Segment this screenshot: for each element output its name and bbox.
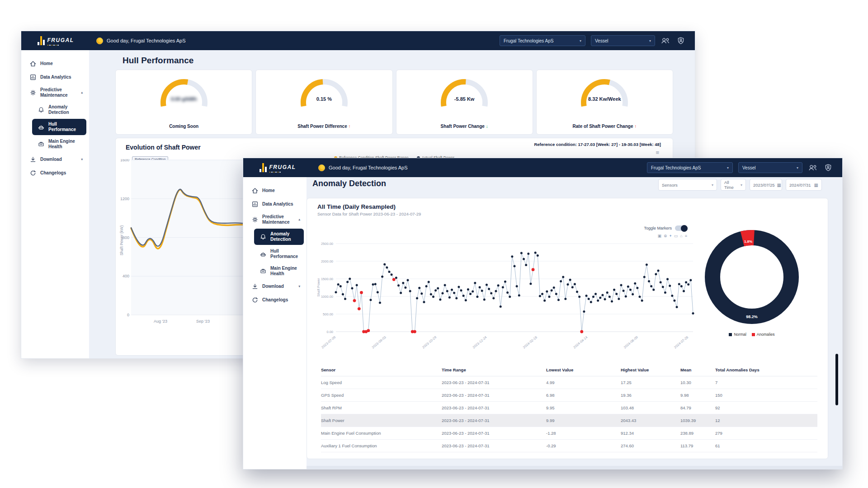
svg-text:2024-02-18: 2024-02-18 bbox=[522, 335, 538, 350]
organization-select[interactable]: Frugal Technologies ApS▾ bbox=[647, 162, 733, 173]
table-cell: 9.95 bbox=[546, 402, 621, 414]
sidebar-item-data-analytics[interactable]: Data Analytics bbox=[24, 71, 86, 84]
gauge-arc-icon bbox=[577, 75, 632, 108]
table-row[interactable]: Shaft RPM2023-06-23 - 2024-07-319.95103.… bbox=[321, 402, 817, 414]
sidebar-item-label: Predictive Maintenance bbox=[262, 214, 295, 225]
home-icon[interactable]: ⌂ bbox=[680, 234, 682, 238]
box-select-icon[interactable]: ▭ bbox=[674, 234, 678, 238]
trend-down-icon: ↓ bbox=[485, 124, 488, 129]
sidebar-item-hull-performance[interactable]: Hull Performance bbox=[32, 119, 86, 135]
organization-select[interactable]: Frugal Technologies ApS▾ bbox=[500, 35, 585, 46]
svg-text:2500.00: 2500.00 bbox=[321, 242, 333, 246]
time-range-select[interactable]: All Time▾ bbox=[721, 179, 746, 191]
table-cell: 92 bbox=[715, 402, 817, 414]
pan-icon[interactable]: + bbox=[670, 234, 672, 238]
sensors-select[interactable]: Sensors▾ bbox=[658, 179, 717, 191]
gauge-caption: Shaft Power Difference ↑ bbox=[256, 124, 392, 129]
table-row[interactable]: GPS Speed2023-06-23 - 2024-07-316.9819.3… bbox=[321, 389, 817, 402]
sidebar-item-download[interactable]: Download▾ bbox=[24, 153, 86, 166]
sidebar-item-home[interactable]: Home bbox=[246, 184, 304, 197]
gauge-caption: Coming Soon bbox=[116, 124, 252, 129]
sidebar-item-anomaly-detection[interactable]: Anomaly Detection bbox=[32, 102, 86, 118]
svg-text:Aug '23: Aug '23 bbox=[154, 319, 167, 324]
svg-text:0: 0 bbox=[127, 313, 129, 317]
table-cell: 2023-06-23 - 2024-07-31 bbox=[442, 376, 546, 389]
logo-bars-icon bbox=[38, 36, 45, 45]
end-date-input[interactable]: 2024/07/31▦ bbox=[786, 179, 822, 191]
table-cell: 19.36 bbox=[621, 389, 680, 402]
card-subheading: Sensor Data for Shaft Power 2023-06-23 -… bbox=[317, 211, 421, 216]
table-cell: 4.99 bbox=[546, 376, 621, 389]
table-cell: 2023-06-23 - 2024-07-31 bbox=[442, 440, 546, 452]
sidebar-item-label: Changelogs bbox=[40, 170, 66, 176]
table-row[interactable]: Log Speed2023-06-23 - 2024-07-314.9917.2… bbox=[321, 376, 817, 389]
greeting-text: Good day, Frugal Technologies ApS bbox=[107, 38, 186, 43]
vessel-select[interactable]: Vessel▾ bbox=[738, 162, 802, 173]
gauge-arc-icon bbox=[437, 75, 491, 108]
users-icon[interactable] bbox=[660, 37, 670, 45]
camera-icon[interactable]: ▣ bbox=[657, 234, 661, 238]
profile-shield-icon[interactable] bbox=[676, 37, 686, 45]
table-cell: 9.99 bbox=[546, 414, 621, 427]
table-cell: 1039.39 bbox=[680, 414, 715, 427]
toggle-markers-switch[interactable] bbox=[675, 225, 687, 231]
table-cell: 7 bbox=[715, 376, 817, 389]
table-cell: 912.34 bbox=[621, 427, 680, 440]
gauge-arc-icon bbox=[297, 75, 351, 108]
trend-up-icon: ↑ bbox=[347, 124, 351, 129]
users-icon[interactable] bbox=[808, 164, 818, 172]
svg-text:Shaft Power: Shaft Power bbox=[316, 278, 321, 296]
sidebar-item-changelogs[interactable]: Changelogs bbox=[24, 167, 86, 179]
table-row[interactable]: Shaft Power2023-06-23 - 2024-07-319.9920… bbox=[321, 414, 817, 427]
sidebar-item-data-analytics[interactable]: Data Analytics bbox=[246, 198, 304, 211]
gauge-value: 8.32 Kw/Week bbox=[537, 96, 673, 102]
donut-legend-anomalies[interactable]: Anomalies bbox=[752, 332, 775, 337]
zoom-icon[interactable]: ⊕ bbox=[664, 234, 667, 238]
table-cell: Shaft RPM bbox=[321, 402, 442, 414]
sidebar-item-download[interactable]: Download▾ bbox=[246, 280, 304, 293]
chevron-down-icon: ▾ bbox=[649, 39, 651, 43]
table-cell: 2023-06-23 - 2024-07-31 bbox=[442, 402, 546, 414]
calendar-icon: ▦ bbox=[814, 183, 818, 188]
sidebar-item-predictive-maintenance[interactable]: Predictive Maintenance▴ bbox=[24, 84, 86, 101]
vertical-scrollbar[interactable] bbox=[835, 354, 838, 405]
table-cell: 2023-06-23 - 2024-07-31 bbox=[442, 389, 546, 402]
logo-dots bbox=[47, 45, 74, 46]
shaft-power-scatter-chart[interactable]: 2500.002000.001500.001000.00500.000.00Sh… bbox=[314, 240, 698, 353]
donut-legend-normal[interactable]: Normal bbox=[729, 332, 746, 337]
horizontal-scrollbar[interactable] bbox=[307, 466, 842, 469]
gauge-caption: Shaft Power Change ↓ bbox=[396, 124, 533, 129]
sidebar-item-label: Main Engine Health bbox=[270, 266, 300, 277]
gauge-value: 0.15 % bbox=[256, 96, 392, 102]
anomaly-detection-icon bbox=[259, 233, 267, 240]
sidebar-item-main-engine-health[interactable]: Main Engine Health bbox=[254, 263, 304, 279]
chevron-down-icon: ▾ bbox=[797, 166, 798, 170]
table-cell: 12 bbox=[715, 414, 817, 427]
chart-title: Evolution of Shaft Power bbox=[126, 144, 201, 151]
greeting-icon bbox=[318, 164, 325, 171]
menu-icon[interactable]: ≡ bbox=[656, 149, 659, 156]
changelogs-icon bbox=[29, 169, 37, 177]
table-cell: Shaft Power bbox=[321, 414, 442, 427]
sidebar-item-main-engine-health[interactable]: Main Engine Health bbox=[32, 136, 86, 152]
profile-shield-icon[interactable] bbox=[823, 164, 833, 172]
gauge-label: Shaft Power Difference bbox=[297, 124, 347, 129]
table-row[interactable]: Main Engine Fuel Consumption2023-06-23 -… bbox=[321, 427, 817, 440]
menu-icon[interactable]: ≡ bbox=[685, 234, 687, 238]
start-date-input[interactable]: 2023/07/25▦ bbox=[750, 179, 782, 191]
table-cell: Auxiliary 1 Fuel Consumption bbox=[321, 440, 442, 452]
sidebar-item-predictive-maintenance[interactable]: Predictive Maintenance▴ bbox=[246, 211, 304, 228]
table-cell: 279 bbox=[715, 427, 817, 440]
sidebar-item-home[interactable]: Home bbox=[24, 57, 86, 70]
sidebar-item-anomaly-detection[interactable]: Anomaly Detection bbox=[254, 229, 304, 245]
svg-text:1000.00: 1000.00 bbox=[321, 295, 333, 299]
sidebar-item-hull-performance[interactable]: Hull Performance bbox=[254, 246, 304, 262]
chevron-down-icon: ▾ bbox=[727, 166, 729, 170]
sidebar-item-changelogs[interactable]: Changelogs bbox=[246, 294, 304, 306]
vessel-select[interactable]: Vessel▾ bbox=[591, 35, 655, 46]
svg-text:0.00: 0.00 bbox=[326, 330, 333, 334]
card-heading: All Time (Daily Resampled) bbox=[317, 203, 421, 210]
donut-svg[interactable]: 1.8%98.2% bbox=[698, 227, 806, 330]
table-row[interactable]: Auxiliary 1 Fuel Consumption2023-06-23 -… bbox=[321, 440, 817, 452]
sidebar-item-label: Hull Performance bbox=[270, 249, 300, 259]
